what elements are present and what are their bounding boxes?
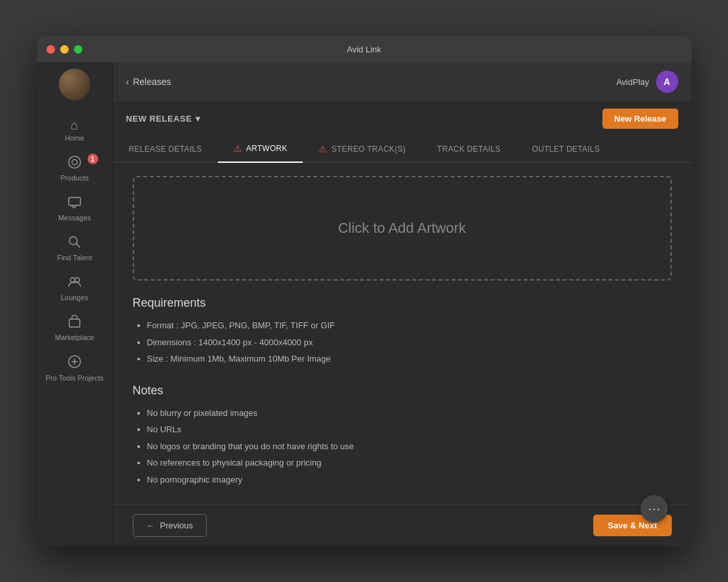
warning-icon-stereo: ⚠ [319,144,327,154]
notes-title: Notes [133,384,672,398]
svg-point-1 [72,160,77,165]
sidebar-item-find-talent[interactable]: Find Talent [37,228,113,268]
sidebar-item-products[interactable]: Products 1 [37,148,113,188]
content-area: ‹ Releases AvidPlay A NEW RELEASE ▾ New … [113,62,691,546]
req-item-3: Size : Minimum 1Mb, Maximum 10Mb Per Ima… [147,352,672,366]
artwork-dropzone[interactable]: Click to Add Artwork [133,176,672,281]
sidebar-label-home: Home [65,134,84,142]
tab-outlet-details[interactable]: OUTLET DETAILS [516,135,615,162]
tab-artwork[interactable]: ⚠ ARTWORK [218,135,303,163]
note-item-1: No blurry or pixelated images [147,407,672,420]
fab-button[interactable]: ⋯ [640,495,668,522]
previous-label: Previous [160,521,194,530]
sidebar-label-marketplace: Marketplace [55,334,94,341]
notes-list: No blurry or pixelated images No URLs No… [133,407,672,487]
tab-label-outlet-details: OUTLET DETAILS [532,145,600,154]
sidebar-item-lounges[interactable]: Lounges [37,268,113,308]
new-release-button[interactable]: New Release [602,109,678,129]
window-controls [46,45,82,54]
sidebar-label-messages: Messages [58,214,91,222]
previous-button[interactable]: ← Previous [133,514,207,537]
requirements-list: Format : JPG, JPEG, PNG, BMP, TIF, TIFF … [133,319,672,366]
home-icon: ⌂ [71,118,78,131]
sidebar-item-marketplace[interactable]: Marketplace [37,308,113,348]
sidebar-item-home[interactable]: ⌂ Home [37,112,113,148]
tab-label-track-details: TRACK DETAILS [437,145,500,154]
svg-point-0 [69,156,80,168]
svg-rect-2 [69,197,80,205]
sidebar-item-messages[interactable]: Messages [37,188,113,228]
chevron-down-icon: ▾ [196,114,201,124]
avidplay-label: AvidPlay [616,77,649,87]
note-item-4: No references to physical packaging or p… [147,456,672,470]
back-label: Releases [133,77,171,87]
sidebar-item-pro-tools[interactable]: Pro Tools Projects [37,348,113,389]
note-item-2: No URLs [147,423,672,436]
products-badge: 1 [88,154,98,164]
header-right: AvidPlay A [616,71,678,93]
requirements-section: Requirements Format : JPG, JPEG, PNG, BM… [133,296,672,366]
sub-header: NEW RELEASE ▾ New Release [113,101,691,135]
tab-label-artwork: ARTWORK [246,144,287,153]
notes-section: Notes No blurry or pixelated images No U… [133,384,672,487]
tab-label-release-details: RELEASE DETAILS [129,145,202,154]
note-item-3: No logos or branding that you do not hav… [147,440,672,453]
tab-track-details[interactable]: TRACK DETAILS [421,135,516,162]
lounges-icon [67,275,82,291]
note-item-5: No pornographic imagery [147,473,672,487]
new-release-label: NEW RELEASE ▾ [126,114,201,124]
sidebar: ⌂ Home Products 1 [37,62,113,546]
back-arrow-icon: ← [147,521,155,530]
tab-stereo-tracks[interactable]: ⚠ STEREO TRACK(S) [303,135,421,162]
minimize-button[interactable] [60,45,69,54]
tab-label-stereo: STEREO TRACK(S) [332,145,406,154]
products-icon [67,155,82,171]
marketplace-icon [67,315,82,331]
window-title: Avid Link [347,44,381,54]
avatar[interactable] [59,69,90,100]
back-link[interactable]: ‹ Releases [126,77,171,87]
requirements-title: Requirements [133,296,672,310]
svg-point-5 [71,278,75,282]
sidebar-label-pro-tools: Pro Tools Projects [46,373,103,383]
pro-tools-icon [67,354,82,371]
sidebar-label-products: Products [60,174,88,182]
tab-bar: RELEASE DETAILS ⚠ ARTWORK ⚠ STEREO TRACK… [113,135,691,163]
find-talent-icon [67,235,82,251]
avidplay-avatar[interactable]: A [656,71,678,93]
req-item-2: Dimensions : 1400x1400 px - 4000x4000 px [147,336,672,349]
req-item-1: Format : JPG, JPEG, PNG, BMP, TIF, TIFF … [147,319,672,332]
maximize-button[interactable] [74,45,82,54]
scroll-content[interactable]: Click to Add Artwork Requirements Format… [113,163,691,504]
back-chevron: ‹ [126,77,130,87]
tab-release-details[interactable]: RELEASE DETAILS [113,135,218,162]
sidebar-label-find-talent: Find Talent [57,254,92,262]
fab-icon: ⋯ [648,501,661,517]
svg-line-4 [77,244,80,248]
footer: ← Previous Save & Next [113,504,691,546]
close-button[interactable] [46,45,55,54]
content-header: ‹ Releases AvidPlay A [113,62,691,101]
svg-rect-7 [69,319,80,327]
avidplay-avatar-initial: A [663,77,670,87]
svg-point-6 [75,278,80,282]
titlebar: Avid Link [37,36,691,62]
sidebar-label-lounges: Lounges [61,294,88,301]
artwork-placeholder: Click to Add Artwork [338,220,466,237]
messages-icon [67,195,82,211]
warning-icon-artwork: ⚠ [234,143,242,154]
